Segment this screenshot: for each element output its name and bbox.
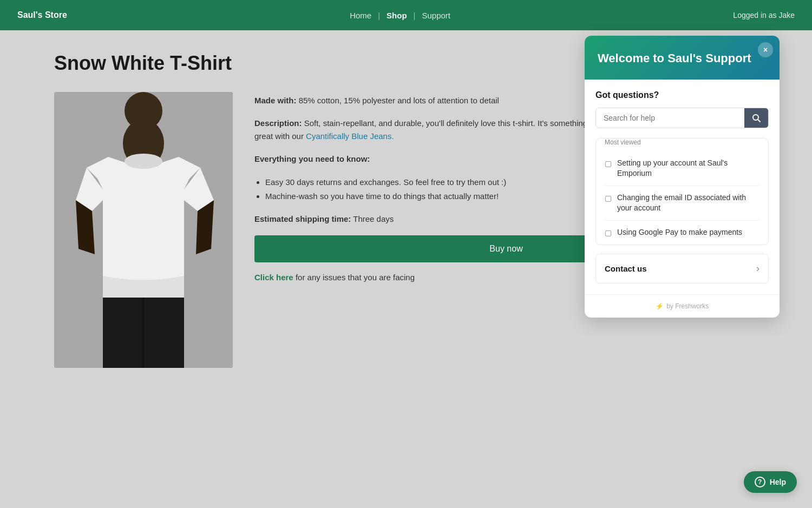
support-widget: Welcome to Saul's Support × Got question… (585, 36, 780, 318)
contact-arrow-icon: › (756, 263, 759, 274)
widget-title: Welcome to Saul's Support (598, 51, 767, 67)
article-item-2[interactable]: ▢ Changing the email ID associated with … (605, 186, 759, 221)
user-status: Logged in as Jake (733, 11, 795, 19)
shipping-value: Three days (353, 214, 394, 223)
article-text-1: Setting up your account at Saul's Empori… (617, 158, 759, 179)
nav-link-support[interactable]: Support (422, 11, 450, 20)
article-text-2: Changing the email ID associated with yo… (617, 193, 759, 214)
search-button[interactable] (744, 108, 768, 128)
issues-suffix: for any issues that you are facing (296, 273, 415, 282)
contact-us-label: Contact us (605, 264, 647, 273)
nav-separator-1: | (378, 11, 380, 20)
article-item-3[interactable]: ▢ Using Google Pay to make payments (605, 221, 759, 245)
widget-header: Welcome to Saul's Support × (585, 36, 780, 80)
help-button[interactable]: ? Help (744, 471, 797, 493)
widget-body: Got questions? Most viewed ▢ Setting up … (585, 80, 780, 294)
nav-links: Home | Shop | Support (350, 11, 450, 20)
help-button-icon: ? (755, 477, 765, 487)
most-viewed-label: Most viewed (605, 138, 759, 146)
bolt-icon: ⚡ (656, 302, 664, 310)
widget-close-button[interactable]: × (758, 42, 773, 57)
nav-link-shop[interactable]: Shop (387, 11, 407, 20)
article-icon-3: ▢ (605, 228, 612, 237)
svg-point-3 (125, 154, 162, 169)
search-input[interactable] (596, 108, 744, 128)
made-with-label: Made with: (254, 96, 297, 105)
shipping-label: Estimated shipping time: (254, 214, 351, 223)
articles-box: Most viewed ▢ Setting up your account at… (595, 138, 769, 245)
article-list: ▢ Setting up your account at Saul's Empo… (605, 151, 759, 245)
got-questions-label: Got questions? (595, 90, 769, 100)
svg-rect-2 (125, 92, 162, 130)
search-row (595, 108, 769, 128)
search-icon (752, 114, 761, 122)
help-button-label: Help (770, 478, 786, 486)
powered-by-text: by Freshworks (666, 302, 709, 310)
jeans-link[interactable]: Cyantifically Blue Jeans. (306, 131, 394, 141)
nav-link-home[interactable]: Home (350, 11, 371, 20)
product-image (54, 92, 233, 368)
description-label: Description: (254, 118, 302, 128)
article-icon-1: ▢ (605, 159, 612, 168)
svg-line-7 (758, 120, 760, 122)
powered-by: ⚡ by Freshworks (585, 294, 780, 318)
nav-logo: Saul's Store (17, 10, 67, 20)
made-with-value: 85% cotton, 15% polyester and lots of at… (299, 96, 499, 105)
article-text-3: Using Google Pay to make payments (617, 227, 742, 238)
article-item-1[interactable]: ▢ Setting up your account at Saul's Empo… (605, 151, 759, 186)
article-icon-2: ▢ (605, 194, 612, 202)
nav-separator-2: | (414, 11, 416, 20)
product-image-svg (54, 92, 233, 368)
navbar: Saul's Store Home | Shop | Support Logge… (0, 0, 812, 30)
page-content: Snow White T-Shirt (0, 30, 812, 390)
click-here-link[interactable]: Click here (254, 273, 293, 282)
contact-us-box[interactable]: Contact us › (595, 254, 769, 283)
